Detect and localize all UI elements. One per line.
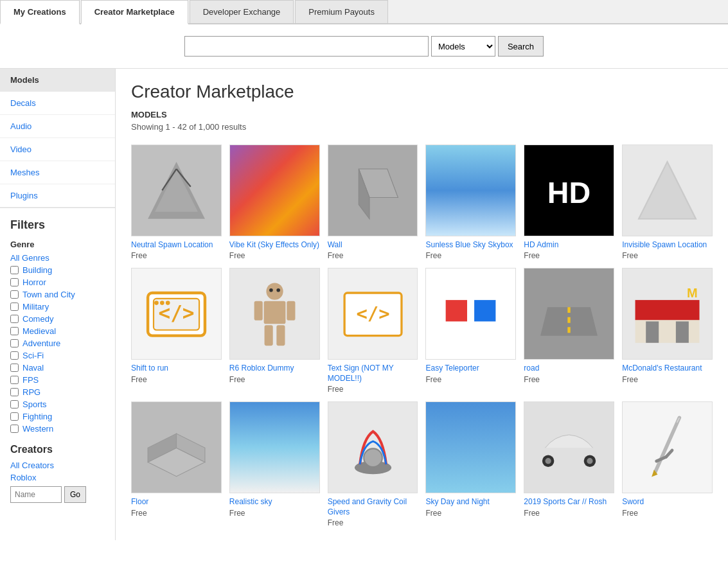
item-price: Free [425, 509, 516, 518]
search-button[interactable]: Search [498, 36, 544, 57]
item-thumb [131, 401, 222, 493]
filter-scifi: Sci-Fi [10, 351, 105, 360]
creators-title: Creators [10, 444, 105, 455]
filter-town-label[interactable]: Town and City [22, 290, 75, 299]
item-price: Free [131, 375, 222, 384]
creator-name-input[interactable] [10, 486, 62, 503]
thumb-inner [623, 145, 712, 236]
item-name: Wall [328, 240, 418, 250]
filter-western-label[interactable]: Western [22, 424, 53, 434]
filter-fighting-label[interactable]: Fighting [22, 412, 52, 421]
svg-rect-29 [635, 317, 700, 342]
filter-medieval: Medieval [10, 326, 105, 336]
thumb-inner [623, 402, 712, 493]
item-easy-teleporter[interactable]: Easy Teleporter Free [425, 268, 516, 394]
svg-rect-33 [676, 321, 689, 342]
item-sunless-sky[interactable]: Sunless Blue Sky Skybox Free [425, 145, 516, 260]
filter-building-label[interactable]: Building [22, 265, 52, 275]
filter-military-checkbox[interactable] [10, 303, 19, 311]
filter-rpg-checkbox[interactable] [10, 388, 19, 396]
svg-rect-18 [287, 301, 295, 320]
filter-naval-label[interactable]: Naval [22, 363, 44, 373]
filter-sports-checkbox[interactable] [10, 400, 19, 408]
filter-comedy-checkbox[interactable] [10, 315, 19, 323]
svg-point-12 [154, 301, 159, 305]
search-category-select[interactable]: Models Decals Audio Video Meshes Plugins [431, 36, 495, 57]
section-label: MODELS [131, 110, 713, 119]
item-road[interactable]: road Free [524, 268, 614, 394]
item-realistic-sky[interactable]: Realistic sky Free [229, 401, 320, 527]
filter-building-checkbox[interactable] [10, 266, 19, 274]
filter-town-and-city: Town and City [10, 290, 105, 299]
filter-adventure-label[interactable]: Adventure [22, 338, 60, 348]
filter-horror-checkbox[interactable] [10, 278, 19, 286]
item-text-sign[interactable]: </> Text Sign (NOT MY MODEL!!) Free [328, 268, 418, 394]
item-sky-day-night[interactable]: Sky Day and Night Free [425, 401, 516, 527]
tab-premium-payouts[interactable]: Premium Payouts [295, 0, 388, 23]
filter-horror-label[interactable]: Horror [22, 277, 46, 287]
item-price: Free [328, 385, 418, 394]
sidebar-item-meshes[interactable]: Meshes [0, 161, 115, 184]
item-wall[interactable]: Wall Free [328, 145, 418, 260]
thumb-inner [426, 145, 515, 236]
sidebar-item-video[interactable]: Video [0, 138, 115, 161]
item-thumb [131, 145, 222, 236]
item-sword[interactable]: Sword Free [622, 401, 713, 527]
svg-rect-20 [276, 325, 285, 346]
svg-text:HD: HD [547, 176, 590, 209]
svg-text:</>: </> [158, 301, 194, 324]
sidebar-item-models[interactable]: Models [0, 69, 115, 92]
results-count: Showing 1 - 42 of 1,000 results [131, 122, 713, 132]
thumb-inner [230, 402, 319, 493]
filter-fighting-checkbox[interactable] [10, 412, 19, 421]
filter-scifi-label[interactable]: Sci-Fi [22, 351, 44, 360]
sidebar-item-audio[interactable]: Audio [0, 115, 115, 138]
creator-go-button[interactable]: Go [64, 486, 86, 503]
page-title: Creator Marketplace [131, 82, 713, 102]
filter-medieval-checkbox[interactable] [10, 327, 19, 335]
all-creators-link[interactable]: All Creators [10, 461, 105, 470]
sidebar-item-plugins[interactable]: Plugins [0, 184, 115, 207]
filter-adventure-checkbox[interactable] [10, 339, 19, 347]
roblox-creator-link[interactable]: Roblox [10, 473, 105, 482]
item-floor[interactable]: Floor Free [131, 401, 222, 527]
filter-fps-label[interactable]: FPS [22, 375, 39, 385]
filter-comedy-label[interactable]: Comedy [22, 314, 53, 324]
filter-scifi-checkbox[interactable] [10, 351, 19, 360]
search-input[interactable] [184, 36, 429, 57]
svg-rect-32 [646, 321, 659, 342]
item-sports-car[interactable]: 2019 Sports Car // Rosh Free [524, 401, 614, 527]
svg-line-46 [657, 457, 666, 461]
filter-military-label[interactable]: Military [22, 302, 49, 312]
item-hd-admin[interactable]: HD HD Admin Free [524, 145, 614, 260]
item-r6-dummy[interactable]: R6 Roblox Dummy Free [229, 268, 320, 394]
all-genres-option[interactable]: All Genres [10, 253, 105, 263]
item-price: Free [131, 509, 222, 518]
item-vibe-kit[interactable]: Vibe Kit (Sky Effects Only) Free [229, 145, 320, 260]
item-mcdonalds[interactable]: M McDonald's Restaurant Free [622, 268, 713, 394]
filter-rpg-label[interactable]: RPG [22, 387, 40, 397]
thumb-inner [524, 402, 614, 493]
filter-western-checkbox[interactable] [10, 425, 19, 433]
tab-developer-exchange[interactable]: Developer Exchange [190, 0, 294, 23]
item-invis-spawn[interactable]: Invisible Spawn Location Free [622, 145, 713, 260]
svg-marker-8 [639, 162, 696, 219]
item-price: Free [622, 251, 713, 260]
filter-medieval-label[interactable]: Medieval [22, 326, 56, 336]
item-speed-gravity[interactable]: Speed and Gravity Coil Givers Free [328, 401, 418, 527]
tab-creator-marketplace[interactable]: Creator Marketplace [81, 0, 188, 24]
item-neutral-spawn[interactable]: Neutral Spawn Location Free [131, 145, 222, 260]
item-price: Free [328, 518, 418, 527]
filter-naval: Naval [10, 363, 105, 373]
tab-my-creations[interactable]: My Creations [0, 0, 80, 24]
item-shift-run[interactable]: </> Shift to run Free [131, 268, 222, 394]
filter-town-checkbox[interactable] [10, 290, 19, 299]
item-thumb [425, 268, 516, 360]
genre-filter: Genre All Genres Building Horror Town an… [10, 240, 105, 434]
filter-naval-checkbox[interactable] [10, 364, 19, 372]
sidebar-item-decals[interactable]: Decals [0, 92, 115, 115]
filter-sports-label[interactable]: Sports [22, 400, 47, 409]
sidebar-nav: Models Decals Audio Video Meshes Plugins [0, 69, 115, 208]
item-name: Sunless Blue Sky Skybox [425, 240, 516, 250]
filter-fps-checkbox[interactable] [10, 376, 19, 384]
